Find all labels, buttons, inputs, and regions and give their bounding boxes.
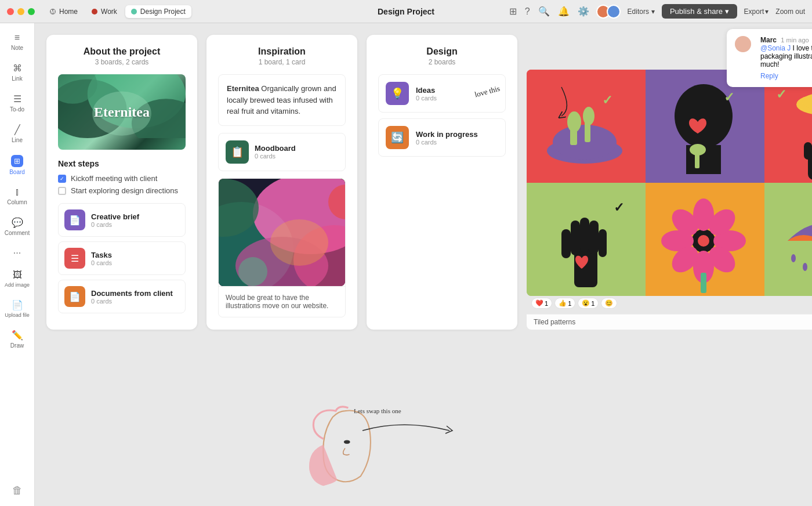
- documents-card[interactable]: 📄 Documents from client 0 cards: [58, 280, 186, 313]
- creative-brief-title: Creative brief: [91, 212, 179, 221]
- tiled-patterns-text: Tiled patterns: [534, 318, 575, 326]
- tasks-icon: ☰: [64, 248, 85, 269]
- inspiration-subtitle: 1 board, 1 card: [218, 58, 346, 66]
- titlebar: M Home Work Design Project Design Projec…: [0, 0, 812, 23]
- search-icon[interactable]: 🔍: [538, 6, 550, 17]
- tiled-patterns-label: Tiled patterns: [527, 314, 812, 330]
- inspiration-comment: Would be great to have the illustrations…: [219, 286, 345, 317]
- sidebar-item-note[interactable]: ≡ Note: [0, 28, 34, 56]
- wip-item[interactable]: 🔄 Work in progress 0 cards: [378, 118, 506, 157]
- creative-brief-card[interactable]: 📄 Creative brief 0 cards: [58, 203, 186, 237]
- wip-title: Work in progress: [416, 130, 478, 139]
- board-columns: About the project 3 boards, 2 cards Eter…: [46, 35, 800, 330]
- reaction-wow[interactable]: 😮 1: [578, 298, 599, 309]
- draw-icon: ✏️: [12, 330, 23, 341]
- chevron-down-icon: ▾: [725, 7, 729, 16]
- wow-count: 1: [591, 300, 594, 307]
- image-background: [219, 179, 345, 286]
- tab-design[interactable]: Design Project: [125, 5, 191, 18]
- add-image-icon: 🖼: [13, 270, 22, 280]
- reaction-thumbs[interactable]: 👍 1: [554, 298, 575, 309]
- minimize-button[interactable]: [17, 8, 24, 15]
- svg-rect-43: [599, 229, 607, 257]
- creative-brief-count: 0 cards: [91, 221, 179, 228]
- inspiration-image: [219, 179, 345, 286]
- column-icon: ⫿: [15, 187, 20, 197]
- grid-icon[interactable]: ⊞: [509, 6, 517, 17]
- settings-icon[interactable]: ⚙️: [578, 6, 589, 17]
- sidebar-item-line[interactable]: ╱ Line: [0, 120, 34, 148]
- sidebar-label-note: Note: [11, 45, 23, 51]
- reply-button[interactable]: Reply: [760, 72, 812, 80]
- upload-icon: 📄: [12, 299, 23, 310]
- svg-point-60: [803, 263, 807, 271]
- tab-work[interactable]: Work: [86, 5, 123, 18]
- reaction-heart[interactable]: ❤️ 1: [531, 298, 552, 309]
- svg-point-26: [690, 144, 706, 156]
- editors-button[interactable]: Editors ▾: [628, 8, 655, 16]
- chevron-down-icon: ▾: [651, 8, 655, 16]
- sketch-face: [302, 402, 389, 489]
- svg-point-59: [791, 254, 796, 262]
- design-color-dot: [131, 9, 137, 15]
- wip-count: 0 cards: [416, 139, 478, 146]
- comment-time: 1 min ago: [781, 37, 809, 44]
- export-button[interactable]: Export ▾: [744, 8, 769, 16]
- comment-icon: 💬: [12, 217, 23, 228]
- sidebar-item-board[interactable]: ⊞ Board: [0, 150, 34, 180]
- sidebar-item-todo[interactable]: ☰ To-do: [0, 89, 34, 117]
- tab-home-label: Home: [59, 8, 78, 16]
- documents-count: 0 cards: [91, 298, 179, 305]
- close-button[interactable]: [7, 8, 14, 15]
- checkbox-kickoff[interactable]: Kickoff meeting with client: [58, 174, 186, 183]
- system-icons: ⊞ ? 🔍 🔔 ⚙️: [509, 6, 589, 17]
- zoom-out-button[interactable]: Zoom out: [775, 8, 805, 16]
- sidebar-label-link: Link: [12, 75, 22, 82]
- design-column: Design 2 boards 💡 Ideas 0 cards 🔄 Work i…: [367, 35, 517, 330]
- sidebar-item-more[interactable]: ···: [0, 243, 34, 263]
- heart-emoji: ❤️: [535, 299, 543, 307]
- trash-button[interactable]: 🗑: [12, 485, 23, 497]
- maximize-button[interactable]: [28, 8, 35, 15]
- sidebar-label-column: Column: [7, 199, 27, 205]
- checkbox-directions[interactable]: Start exploring design directions: [58, 186, 186, 195]
- chevron-down-icon: ▾: [765, 8, 768, 16]
- sketch-face-area: Lets swap this one: [302, 402, 389, 489]
- commenter-avatar: [735, 36, 751, 52]
- sidebar-label-board: Board: [9, 169, 25, 175]
- wip-icon: 🔄: [386, 126, 409, 149]
- tasks-card[interactable]: ☰ Tasks 0 cards: [58, 241, 186, 275]
- svg-point-11: [270, 219, 328, 266]
- sidebar-item-upload[interactable]: 📄 Upload file: [0, 295, 34, 323]
- sidebar-item-draw[interactable]: ✏️ Draw: [0, 325, 34, 353]
- svg-text:✓: ✓: [776, 87, 786, 102]
- hero-text: Eternitea: [94, 104, 150, 120]
- svg-rect-40: [571, 221, 580, 255]
- reaction-smile[interactable]: 😊: [601, 298, 617, 309]
- ideas-title: Ideas: [416, 86, 437, 95]
- project-hero: Eternitea: [58, 74, 186, 150]
- svg-rect-42: [589, 221, 599, 254]
- publish-share-button[interactable]: Publish & share ▾: [662, 4, 737, 19]
- about-subtitle: 3 boards, 2 cards: [58, 58, 186, 66]
- sidebar-item-link[interactable]: ⌘ Link: [0, 58, 34, 86]
- image-grid-area: Marc 1 min ago @Sonia J I love these pac…: [527, 35, 812, 330]
- svg-text:✓: ✓: [724, 90, 734, 104]
- bell-icon[interactable]: 🔔: [558, 6, 570, 17]
- sidebar-item-comment[interactable]: 💬 Comment: [0, 212, 34, 241]
- checkbox-checked-icon: [58, 175, 66, 183]
- about-title: About the project: [58, 46, 186, 57]
- thumbs-count: 1: [568, 300, 571, 307]
- heart-count: 1: [545, 300, 548, 307]
- main-content: 0 Unsorted About the project 3 boards, 2…: [35, 23, 812, 506]
- svg-point-13: [238, 257, 267, 286]
- ideas-count: 0 cards: [416, 95, 437, 102]
- moodboard-card[interactable]: 📋 Moodboard 0 cards: [218, 133, 346, 171]
- documents-icon: 📄: [64, 286, 85, 307]
- sidebar-item-add-image[interactable]: 🖼 Add image: [0, 265, 34, 292]
- help-icon[interactable]: ?: [525, 6, 530, 17]
- avatar-2: [607, 5, 621, 19]
- sidebar-item-column[interactable]: ⫿ Column: [0, 182, 34, 210]
- tab-home[interactable]: M Home: [44, 5, 84, 18]
- smile-emoji: 😊: [605, 299, 613, 307]
